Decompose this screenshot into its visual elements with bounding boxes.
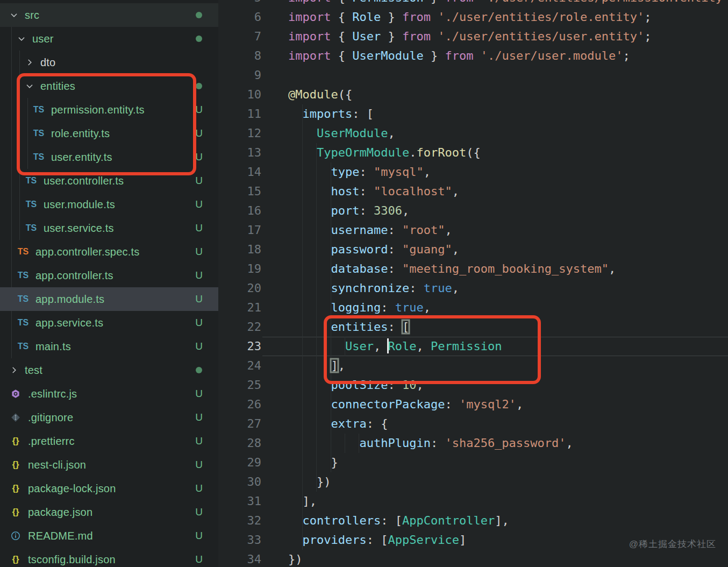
code-line[interactable]: 17 username: "root", [218, 221, 728, 240]
sidebar-item-user-controller-ts[interactable]: TSuser.controller.tsU [0, 169, 218, 193]
code-line[interactable]: 34}) [218, 550, 728, 567]
code-token: ({ [338, 88, 353, 101]
sidebar-item-eslintrc-js[interactable]: .eslintrc.jsU [0, 382, 218, 406]
code-token: true [424, 281, 452, 295]
code-line[interactable]: 27 extra: { [218, 414, 728, 434]
code-token [473, 49, 480, 62]
sidebar-item-readme-md[interactable]: README.mdU [0, 524, 218, 548]
typescript-icon: TS [26, 223, 37, 233]
code-line[interactable]: 21 logging: true, [218, 298, 728, 317]
code-token: "root" [402, 223, 445, 237]
chevron-right-icon [25, 58, 34, 67]
code-token: . [409, 146, 416, 159]
sidebar-item-package-lock-json[interactable]: {}package-lock.jsonU [0, 477, 218, 500]
code-line[interactable]: 28 authPlugin: 'sha256_password', [218, 434, 728, 453]
code-editor[interactable]: 5import { Permission } from './user/enti… [218, 0, 728, 567]
code-line[interactable]: 20 synchronize: true, [218, 279, 728, 298]
code-token: 'mysql2' [459, 398, 516, 411]
code-line[interactable]: 29 } [218, 453, 728, 472]
code-line[interactable]: 24 ], [218, 356, 728, 375]
code-line[interactable]: 7import { User } from './user/entities/u… [218, 27, 728, 46]
code-line[interactable]: 14 type: "mysql", [218, 162, 728, 182]
code-line[interactable]: 31 ], [218, 492, 728, 511]
sidebar-folder-test[interactable]: test [0, 358, 218, 382]
untracked-badge-label: U [195, 199, 203, 210]
sidebar-item-user-module-ts[interactable]: TSuser.module.tsU [0, 193, 218, 216]
code-line[interactable]: 9 [218, 66, 728, 85]
code-line[interactable]: 26 connectorPackage: 'mysql2', [218, 395, 728, 414]
watermark: @稀土掘金技术社区 [629, 538, 716, 550]
code-token: import [288, 49, 331, 62]
code-token: 3306 [374, 204, 402, 217]
code-line[interactable]: 19 database: "meeting_room_booking_syste… [218, 259, 728, 279]
file-icon: TS [23, 223, 39, 233]
code-line[interactable]: 23 User, Role, Permission [218, 337, 728, 356]
code-line[interactable]: 13 TypeOrmModule.forRoot({ [218, 143, 728, 162]
sidebar-item-tsconfig-build-json[interactable]: {}tsconfig.build.jsonU [0, 548, 218, 567]
sidebar-folder-user[interactable]: user [0, 27, 218, 51]
chevron-down-icon[interactable] [8, 9, 20, 22]
code-token: "meeting_room_booking_system" [402, 262, 609, 275]
code-token: AppService [388, 533, 459, 547]
chevron-down-icon[interactable] [23, 80, 36, 93]
code-token: : [381, 301, 395, 314]
code-token: } [424, 49, 445, 62]
line-number: 21 [218, 298, 261, 317]
sidebar-item-app-controller-spec-ts[interactable]: TSapp.controller.spec.tsU [0, 240, 218, 264]
sidebar-item-app-module-ts[interactable]: TSapp.module.tsU [0, 287, 218, 311]
tree-item-label: permission.entity.ts [51, 104, 145, 116]
sidebar-folder-dto[interactable]: dto [0, 51, 218, 74]
code-line[interactable]: 22 entities: [ [218, 317, 728, 337]
line-number: 26 [218, 395, 261, 414]
tree-item-label: dto [40, 56, 55, 69]
sidebar-folder-src[interactable]: src [0, 3, 218, 27]
sidebar-item-nest-cli-json[interactable]: {}nest-cli.jsonU [0, 453, 218, 477]
chevron-right-icon[interactable] [8, 364, 20, 377]
code-line[interactable]: 25 poolSize: 10, [218, 375, 728, 395]
sidebar-item-role-entity-ts[interactable]: TSrole.entity.tsU [0, 122, 218, 145]
json-icon: {} [12, 554, 19, 565]
sidebar-item-main-ts[interactable]: TSmain.tsU [0, 335, 218, 358]
sidebar-item-user-entity-ts[interactable]: TSuser.entity.tsU [0, 145, 218, 169]
untracked-badge: U [194, 104, 204, 116]
code-token: './user/user.module' [481, 49, 623, 62]
code-line[interactable]: 30 }) [218, 472, 728, 492]
code-token: ; [644, 30, 651, 43]
file-icon: {} [8, 507, 24, 518]
code-line[interactable]: 6import { Role } from './user/entities/r… [218, 8, 728, 27]
code-line[interactable]: 32 controllers: [AppController], [218, 511, 728, 530]
file-icon: TS [23, 176, 39, 186]
code-line[interactable]: 12 UserModule, [218, 124, 728, 143]
sidebar-item-permission-entity-ts[interactable]: TSpermission.entity.tsU [0, 98, 218, 122]
code-token: , [416, 339, 431, 353]
code-line[interactable]: 18 password: "guang", [218, 240, 728, 259]
code-line[interactable]: 10@Module({ [218, 85, 728, 104]
untracked-badge-label: U [195, 341, 203, 352]
code-line[interactable]: 15 host: "localhost", [218, 182, 728, 201]
typescript-icon: TS [26, 200, 37, 209]
code-line[interactable]: 11 imports: [ [218, 104, 728, 124]
chevron-right-icon[interactable] [23, 56, 36, 69]
untracked-badge: U [194, 127, 204, 139]
sidebar-item-gitignore[interactable]: .gitignoreU [0, 406, 218, 429]
sidebar-item-user-service-ts[interactable]: TSuser.service.tsU [0, 216, 218, 240]
code-token: ], [288, 494, 317, 508]
json-icon: {} [12, 483, 19, 494]
untracked-badge: U [194, 530, 204, 542]
tree-item-label: user [32, 33, 54, 45]
code-token: : [388, 262, 402, 275]
code-line[interactable]: 8import { UserModule } from './user/user… [218, 46, 728, 66]
untracked-badge-label: U [195, 530, 203, 542]
code-line[interactable]: 5import { Permission } from './user/enti… [218, 0, 728, 8]
sidebar-item-app-controller-ts[interactable]: TSapp.controller.tsU [0, 264, 218, 287]
untracked-badge: U [194, 506, 204, 518]
tree-item-label: .prettierrc [28, 435, 75, 448]
code-line[interactable]: 16 port: 3306, [218, 201, 728, 221]
sidebar-item-prettierrc[interactable]: {}.prettierrcU [0, 429, 218, 453]
sidebar-item-package-json[interactable]: {}package.jsonU [0, 500, 218, 524]
sidebar-item-app-service-ts[interactable]: TSapp.service.tsU [0, 311, 218, 335]
code-area[interactable]: 5import { Permission } from './user/enti… [218, 0, 728, 567]
line-number: 33 [218, 530, 261, 550]
chevron-down-icon[interactable] [15, 32, 28, 45]
sidebar-folder-entities[interactable]: entities [0, 74, 218, 98]
